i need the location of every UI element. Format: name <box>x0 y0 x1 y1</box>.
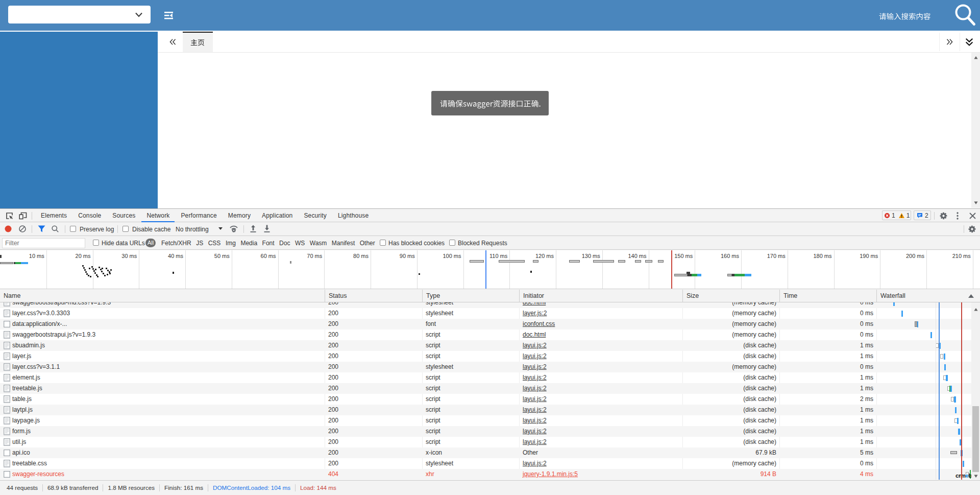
cell-initiator[interactable]: layui.js:2 <box>523 351 547 362</box>
filter-type-doc[interactable]: Doc <box>279 240 290 247</box>
filter-type-css[interactable]: CSS <box>208 240 221 247</box>
settings-gear-icon[interactable] <box>940 212 947 220</box>
request-row-sbuadmin.js[interactable]: sbuadmin.js200scriptlayui.js:2(disk cach… <box>0 340 980 351</box>
column-header-initiator[interactable]: Initiator <box>519 290 682 302</box>
preserve-log-checkbox[interactable] <box>70 226 76 232</box>
console-errors-badge[interactable]: 1 1 <box>882 210 911 220</box>
cell-initiator[interactable]: layui.js:2 <box>523 458 547 469</box>
filter-type-wasm[interactable]: Wasm <box>310 240 327 247</box>
column-header-size[interactable]: Size <box>682 290 779 302</box>
devtools-tab-security[interactable]: Security <box>298 209 332 222</box>
devtools-tab-memory[interactable]: Memory <box>223 209 256 222</box>
request-row-swaggerbootstrapui.js_v_1.9.3[interactable]: swaggerbootstrapui.js?v=1.9.3200scriptdo… <box>0 329 980 340</box>
scroll-up-icon[interactable] <box>974 308 978 312</box>
tabs-scroll-right-icon[interactable] <box>946 39 953 45</box>
request-row-layer.js[interactable]: layer.js200scriptlayui.js:2(disk cache)1… <box>0 351 980 362</box>
device-toolbar-icon[interactable] <box>19 212 27 220</box>
issues-badge[interactable]: 2 <box>914 210 931 220</box>
request-row-util.js[interactable]: util.js200scriptlayui.js:2(disk cache)1 … <box>0 437 980 447</box>
request-row-api.ico[interactable]: api.ico200x-iconOther67.9 kB5 ms <box>0 447 980 458</box>
request-row-swaggerbootstrapui-md.css_v_1.9.3[interactable]: swaggerbootstrapui-md.css?v=1.9.3200styl… <box>0 302 980 308</box>
column-header-time[interactable]: Time <box>779 290 876 302</box>
cell-initiator: Other <box>523 447 538 458</box>
export-har-icon[interactable] <box>263 225 271 233</box>
cell-initiator[interactable]: layui.js:2 <box>523 426 547 437</box>
scroll-up-icon[interactable] <box>974 56 978 60</box>
throttling-select[interactable]: No throttling <box>176 226 209 233</box>
search-icon[interactable] <box>951 1 978 28</box>
cell-initiator[interactable]: layui.js:2 <box>523 383 547 394</box>
kebab-menu-icon[interactable] <box>957 212 959 220</box>
cell-initiator[interactable]: jquery-1.9.1.min.js:5 <box>523 469 578 480</box>
tab-home[interactable] <box>183 32 213 52</box>
filter-type-font[interactable]: Font <box>262 240 275 247</box>
devtools-tab-performance[interactable]: Performance <box>175 209 222 222</box>
tabs-scroll-left-icon[interactable] <box>169 39 176 45</box>
disable-cache-checkbox[interactable] <box>122 226 129 232</box>
request-row-table.js[interactable]: table.js200scriptlayui.js:2(disk cache)2… <box>0 394 980 405</box>
devtools-tab-elements[interactable]: Elements <box>35 209 72 222</box>
request-row-layer.css_v_3.1.1[interactable]: layer.css?v=3.1.1200stylesheetlayui.js:2… <box>0 362 980 372</box>
column-header-waterfall[interactable]: Waterfall <box>876 290 980 302</box>
devtools-tab-lighthouse[interactable]: Lighthouse <box>332 209 374 222</box>
hide-data-urls-checkbox[interactable] <box>93 240 99 246</box>
devtools-tab-console[interactable]: Console <box>72 209 107 222</box>
scroll-down-icon[interactable] <box>974 474 978 478</box>
inspect-element-icon[interactable] <box>6 212 13 220</box>
filter-input[interactable]: Filter <box>2 238 85 248</box>
cell-initiator[interactable]: layui.js:2 <box>523 340 547 351</box>
devtools-tab-application[interactable]: Application <box>256 209 298 222</box>
cell-initiator[interactable]: layui.js:2 <box>523 415 547 426</box>
sidebar-collapse-icon[interactable] <box>164 10 174 20</box>
filter-icon[interactable] <box>38 225 45 232</box>
project-select[interactable] <box>8 6 151 23</box>
devtools-tab-network[interactable]: Network <box>141 209 175 222</box>
import-har-icon[interactable] <box>250 225 257 233</box>
filter-type-all[interactable]: All <box>145 239 156 247</box>
cell-initiator[interactable]: layui.js:2 <box>523 405 547 415</box>
search-network-icon[interactable] <box>52 225 59 232</box>
scroll-down-icon[interactable] <box>974 201 978 205</box>
cell-initiator[interactable]: doc.html <box>523 329 546 340</box>
record-icon[interactable] <box>5 225 12 232</box>
cell-initiator[interactable]: layui.js:2 <box>523 437 547 447</box>
request-row-treetable.css[interactable]: treetable.css200stylesheetlayui.js:2(mem… <box>0 458 980 469</box>
request-row-element.js[interactable]: element.js200scriptlayui.js:2(disk cache… <box>0 372 980 383</box>
request-row-layer.css_v_3.0.3303[interactable]: layer.css?v=3.0.3303200stylesheetlayer.j… <box>0 308 980 319</box>
cell-initiator[interactable]: layui.js:2 <box>523 394 547 405</box>
filter-type-other[interactable]: Other <box>360 240 375 247</box>
network-overview[interactable]: 10 ms20 ms30 ms40 ms50 ms60 ms70 ms80 ms… <box>0 250 980 289</box>
request-row-laytpl.js[interactable]: laytpl.js200scriptlayui.js:2(disk cache)… <box>0 405 980 415</box>
clear-icon[interactable] <box>19 225 26 232</box>
request-row-form.js[interactable]: form.js200scriptlayui.js:2(disk cache)1 … <box>0 426 980 437</box>
cell-initiator[interactable]: layui.js:2 <box>523 362 547 372</box>
has-blocked-cookies-checkbox[interactable] <box>380 240 386 246</box>
close-devtools-icon[interactable] <box>969 213 976 219</box>
column-header-status[interactable]: Status <box>325 290 422 302</box>
filter-type-manifest[interactable]: Manifest <box>332 240 355 247</box>
request-row-swagger-resources[interactable]: swagger-resources404xhrjquery-1.9.1.min.… <box>0 469 980 480</box>
page-scrollbar[interactable] <box>971 53 980 208</box>
cell-initiator[interactable]: doc.html <box>523 302 546 308</box>
network-conditions-icon[interactable] <box>229 225 238 233</box>
request-row-data_application_x-...[interactable]: data:application/x-...200fonticonfont.cs… <box>0 319 980 329</box>
table-scrollbar[interactable] <box>971 302 980 480</box>
network-settings-gear-icon[interactable] <box>968 225 976 233</box>
blocked-requests-checkbox[interactable] <box>449 240 455 246</box>
tabs-menu-icon[interactable] <box>965 38 974 46</box>
request-row-laypage.js[interactable]: laypage.js200scriptlayui.js:2(disk cache… <box>0 415 980 426</box>
request-row-treetable.js[interactable]: treetable.js200scriptlayui.js:2(disk cac… <box>0 383 980 394</box>
filter-type-js[interactable]: JS <box>196 240 203 247</box>
cell-initiator[interactable]: layui.js:2 <box>523 372 547 383</box>
scroll-thumb[interactable] <box>972 406 979 472</box>
cell-initiator[interactable]: iconfont.css <box>523 319 555 329</box>
cell-name: swaggerbootstrapui-md.css?v=1.9.3 <box>12 302 111 308</box>
devtools-tab-sources[interactable]: Sources <box>107 209 141 222</box>
filter-type-ws[interactable]: WS <box>295 240 305 247</box>
filter-type-fetchxhr[interactable]: Fetch/XHR <box>161 240 191 247</box>
column-header-type[interactable]: Type <box>422 290 519 302</box>
column-header-name[interactable]: Name <box>0 290 325 302</box>
filter-type-media[interactable]: Media <box>240 240 257 247</box>
filter-type-img[interactable]: Img <box>226 240 236 247</box>
cell-initiator[interactable]: layer.js:2 <box>523 308 547 319</box>
